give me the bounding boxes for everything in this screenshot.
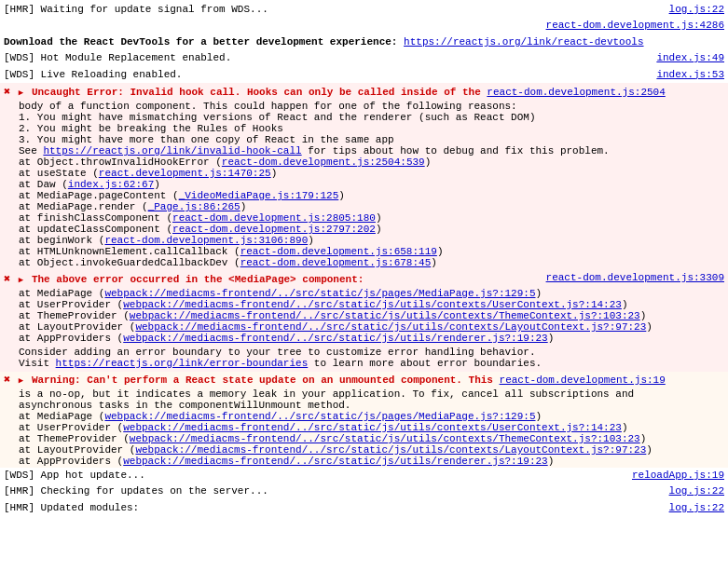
see-suffix: for tips about how to debug and fix this… bbox=[302, 145, 610, 157]
warning-line-2: asynchronous tasks in the componentWillU… bbox=[19, 400, 724, 411]
warn-link-3[interactable]: webpack://mediacms-frontend/../src/stati… bbox=[130, 433, 640, 444]
error2-stack-1: at MediaPage (webpack://mediacms-fronten… bbox=[19, 288, 724, 299]
stack-line-1: at Object.throwInvalidHookError (react-d… bbox=[19, 157, 724, 168]
stack-link-7[interactable]: react-dom.development.js:2797:202 bbox=[172, 224, 376, 235]
err2-link-3[interactable]: webpack://mediacms-frontend/../src/stati… bbox=[130, 310, 640, 321]
log-line-hmr-updated: [HMR] Updated modules: log.js:22 bbox=[0, 500, 728, 516]
err2-link-2[interactable]: webpack://mediacms-frontend/../src/stati… bbox=[123, 299, 622, 310]
devtools-link[interactable]: https://reactjs.org/link/react-devtools bbox=[404, 36, 643, 48]
devtools-prefix: Download the React DevTools for a better… bbox=[4, 36, 404, 48]
error2-header-content: ✖ ▶ The above error occurred in the <Med… bbox=[4, 272, 539, 286]
warning-block: ✖ ▶ Warning: Can't perform a React state… bbox=[0, 372, 728, 468]
error2-stack-2: at UserProvider (webpack://mediacms-fron… bbox=[19, 299, 724, 310]
log-source[interactable]: index.js:49 bbox=[656, 51, 724, 65]
err2-link-4[interactable]: webpack://mediacms-frontend/../src/stati… bbox=[135, 321, 646, 333]
error-line-5: See https://reactjs.org/link/invalid-hoo… bbox=[19, 145, 724, 157]
error-line-3: 2. You might be breaking the Rules of Ho… bbox=[19, 123, 724, 134]
warning-source-inline[interactable]: react-dom.development.js:19 bbox=[500, 375, 666, 386]
error-block-1: ✖ ▶ Uncaught Error: Invalid hook call. H… bbox=[0, 83, 728, 270]
log-line-wds-app: [WDS] App hot update... reloadApp.js:19 bbox=[0, 468, 728, 483]
error-line-4: 3. You might have more than one copy of … bbox=[19, 134, 724, 145]
stack-line-5: at MediaPage.render (_Page.js:86:265) bbox=[19, 201, 724, 212]
stack-line-4: at MediaPage.pageContent (_VideoMediaPag… bbox=[19, 190, 724, 201]
stack-link-9[interactable]: react-dom.development.js:658:119 bbox=[240, 246, 437, 257]
error2-header-text: The above error occurred in the <MediaPa… bbox=[32, 274, 364, 285]
stack-link-1[interactable]: react-dom.development.js:2504:539 bbox=[222, 157, 425, 168]
stack-line-10: at Object.invokeGuardedCallbackDev (reac… bbox=[19, 257, 724, 268]
log-text: [WDS] Hot Module Replacement enabled. bbox=[4, 51, 649, 65]
stack-link-3[interactable]: index.js:62:67 bbox=[68, 179, 154, 190]
log-line-reactdom-4286: react-dom.development.js:4286 bbox=[0, 18, 728, 34]
warning-header-text: Warning: Can't perform a React state upd… bbox=[32, 375, 500, 386]
log-text: [HMR] Checking for updates on the server… bbox=[4, 484, 662, 498]
stack-link-6[interactable]: react-dom.development.js:2805:180 bbox=[172, 212, 376, 224]
stack-link-4[interactable]: _VideoMediaPage.js:179:125 bbox=[179, 190, 339, 201]
log-line-hmr-checking: [HMR] Checking for updates on the server… bbox=[0, 483, 728, 499]
visit-text: Visit https://reactjs.org/link/error-bou… bbox=[19, 358, 724, 369]
log-text: [HMR] Waiting for update signal from WDS… bbox=[4, 3, 662, 17]
error-icon-2: ✖ bbox=[4, 272, 10, 286]
warn-link-1[interactable]: webpack://mediacms-frontend/../src/stati… bbox=[104, 411, 535, 422]
log-text: Download the React DevTools for a better… bbox=[4, 35, 724, 49]
see-prefix: See bbox=[19, 145, 43, 157]
log-text: [WDS] Live Reloading enabled. bbox=[4, 68, 649, 82]
stack-line-6: at finishClassComponent (react-dom.devel… bbox=[19, 212, 724, 224]
error2-stack-3: at ThemeProvider (webpack://mediacms-fro… bbox=[19, 310, 724, 321]
error-icon: ✖ bbox=[4, 85, 10, 99]
warning-stack-1: at MediaPage (webpack://mediacms-fronten… bbox=[19, 411, 724, 422]
error2-stack-5: at AppProviders (webpack://mediacms-fron… bbox=[19, 333, 724, 344]
stack-link-10[interactable]: react-dom.development.js:678:45 bbox=[240, 257, 432, 268]
log-line-hmr-waiting: [HMR] Waiting for update signal from WDS… bbox=[0, 2, 728, 18]
err2-link-1[interactable]: webpack://mediacms-frontend/../src/stati… bbox=[104, 288, 535, 299]
error-header-line: ✖ ▶ Uncaught Error: Invalid hook call. H… bbox=[0, 84, 728, 100]
warning-line-1: is a no-op, but it indicates a memory le… bbox=[19, 388, 724, 400]
error-source-inline[interactable]: react-dom.development.js:2504 bbox=[487, 87, 665, 98]
warning-header-line: ✖ ▶ Warning: Can't perform a React state… bbox=[0, 372, 728, 388]
stack-link-8[interactable]: react-dom.development.js:3106:890 bbox=[104, 235, 308, 246]
error-line-2: 1. You might have mismatching versions o… bbox=[19, 112, 724, 123]
log-source[interactable]: react-dom.development.js:4286 bbox=[546, 19, 724, 33]
consider-text: Consider adding an error boundary to you… bbox=[19, 347, 724, 358]
log-line-devtools: Download the React DevTools for a better… bbox=[0, 34, 728, 50]
error-header-text: Uncaught Error: Invalid hook call. Hooks… bbox=[32, 87, 487, 98]
err2-link-5[interactable]: webpack://mediacms-frontend/../src/stati… bbox=[123, 333, 547, 344]
triangle-icon[interactable]: ▶ bbox=[19, 88, 23, 98]
visit-prefix: Visit bbox=[19, 358, 56, 369]
log-source[interactable]: reloadApp.js:19 bbox=[632, 469, 724, 483]
warn-link-4[interactable]: webpack://mediacms-frontend/../src/stati… bbox=[135, 444, 646, 456]
triangle-icon-2[interactable]: ▶ bbox=[19, 275, 23, 285]
error2-body: at MediaPage (webpack://mediacms-fronten… bbox=[0, 287, 728, 345]
warn-link-2[interactable]: webpack://mediacms-frontend/../src/stati… bbox=[123, 422, 622, 433]
error-boundaries-link[interactable]: https://reactjs.org/link/error-boundarie… bbox=[56, 358, 309, 369]
stack-line-7: at updateClassComponent (react-dom.devel… bbox=[19, 224, 724, 235]
console-output: [HMR] Waiting for update signal from WDS… bbox=[0, 0, 728, 518]
warning-stack-3: at ThemeProvider (webpack://mediacms-fro… bbox=[19, 433, 724, 444]
error-body: body of a function component. This could… bbox=[0, 100, 728, 269]
stack-link-5[interactable]: _Page.js:86:265 bbox=[148, 201, 240, 212]
triangle-icon-3[interactable]: ▶ bbox=[19, 375, 23, 386]
error2-source[interactable]: react-dom.development.js:3309 bbox=[546, 272, 724, 283]
log-source[interactable]: index.js:53 bbox=[656, 68, 724, 82]
stack-line-9: at HTMLUnknownElement.callCallback (reac… bbox=[19, 246, 724, 257]
log-text: [HMR] Updated modules: bbox=[4, 501, 662, 515]
log-source[interactable]: log.js:22 bbox=[669, 3, 724, 17]
stack-link-2[interactable]: react.development.js:1470:25 bbox=[99, 168, 271, 179]
warning-stack-5: at AppProviders (webpack://mediacms-fron… bbox=[19, 456, 724, 467]
error-line-1: body of a function component. This could… bbox=[19, 101, 724, 112]
consider-section: Consider adding an error boundary to you… bbox=[0, 345, 728, 371]
warning-body: is a no-op, but it indicates a memory le… bbox=[0, 388, 728, 468]
warning-stack-2: at UserProvider (webpack://mediacms-fron… bbox=[19, 422, 724, 433]
log-source[interactable]: log.js:22 bbox=[669, 501, 724, 515]
log-text: [WDS] App hot update... bbox=[4, 469, 625, 483]
log-line-wds-live: [WDS] Live Reloading enabled. index.js:5… bbox=[0, 67, 728, 83]
warn-link-5[interactable]: webpack://mediacms-frontend/../src/stati… bbox=[123, 456, 547, 467]
log-source[interactable]: log.js:22 bbox=[669, 484, 724, 498]
stack-line-8: at beginWork (react-dom.development.js:3… bbox=[19, 235, 724, 246]
invalid-hook-call-link[interactable]: https://reactjs.org/link/invalid-hook-ca… bbox=[43, 145, 301, 157]
stack-line-3: at Daw (index.js:62:67) bbox=[19, 179, 724, 190]
visit-suffix: to learn more about error boundaries. bbox=[308, 358, 542, 369]
warning-icon: ✖ bbox=[4, 373, 10, 387]
error2-header-line: ✖ ▶ The above error occurred in the <Med… bbox=[0, 271, 728, 287]
warning-stack-4: at LayoutProvider (webpack://mediacms-fr… bbox=[19, 444, 724, 456]
error-header-content: ✖ ▶ Uncaught Error: Invalid hook call. H… bbox=[4, 85, 724, 99]
